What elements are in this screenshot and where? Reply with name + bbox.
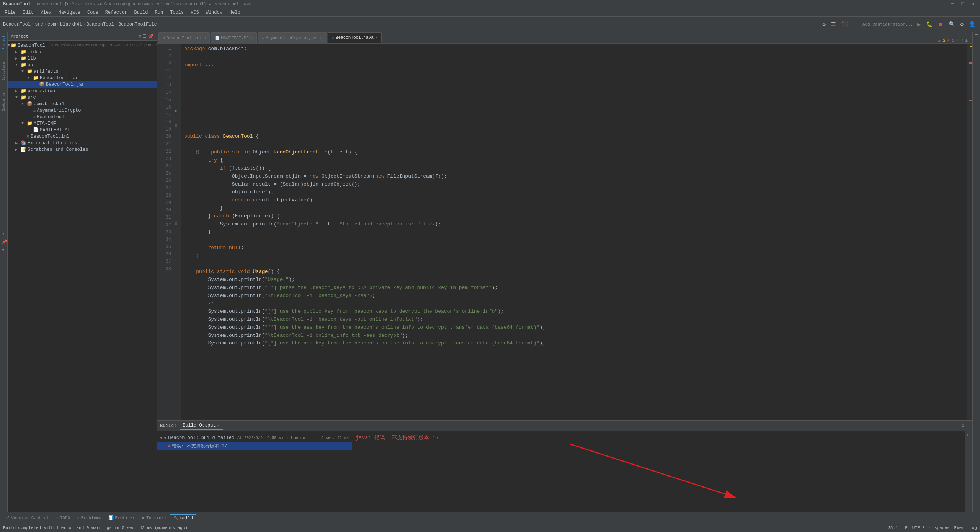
expand-icon[interactable]: ▲ <box>965 38 968 43</box>
line-ending: LF <box>903 525 908 530</box>
stop-button[interactable]: ⏹ <box>936 21 945 28</box>
tree-item-src[interactable]: ▼ 📁 src <box>8 94 157 101</box>
right-panel-icon-1[interactable]: ⊞ <box>967 433 971 437</box>
user-button[interactable]: 👤 <box>967 20 977 28</box>
tree-item-production[interactable]: ▶ 📁 production <box>8 88 157 94</box>
tab-build[interactable]: 🔨 Build <box>170 514 196 521</box>
menu-build[interactable]: Build <box>131 9 151 16</box>
bottom-panel: Build: Build Output ✕ ⚙ ─ <box>157 420 972 512</box>
fold-marker[interactable]: ⊟ <box>175 240 177 244</box>
project-pin-icon[interactable]: 📌 <box>148 34 154 39</box>
menu-window[interactable]: Window <box>203 9 225 16</box>
debug-button[interactable]: 🐛 <box>924 20 934 28</box>
breadcrumb-item[interactable]: com <box>47 22 56 27</box>
menu-file[interactable]: File <box>2 9 19 16</box>
gear-button[interactable]: ⚙ <box>959 20 965 28</box>
tree-item-idea[interactable]: ▶ 📁 .idea <box>8 49 157 55</box>
code-line-24: } <box>184 228 967 236</box>
config-icon[interactable]: ⬛ <box>840 20 849 28</box>
code-editor[interactable]: 123 11 1213141516 1718192021 2223242526 … <box>157 44 972 420</box>
settings-icon[interactable]: ⚙ <box>821 20 827 28</box>
tab-beacontool-java[interactable]: ☕ BeaconTool.java ✕ <box>328 32 382 43</box>
panel-settings-icon[interactable]: ⚙ <box>962 423 964 429</box>
breadcrumb-item[interactable]: BeaconTool <box>87 22 114 27</box>
tree-item-meta-inf[interactable]: ▼ 📁 META-INF <box>8 120 157 127</box>
tree-item-lib[interactable]: ▶ 📁 lib <box>8 55 157 62</box>
structure-panel-toggle[interactable]: Structure <box>1 60 7 82</box>
fold-marker[interactable]: ⊟ <box>175 123 177 128</box>
tab-close-asymmetric[interactable]: ✕ <box>320 36 323 40</box>
build-tree-root[interactable]: ▼ ● BeaconTool: build failed At 2022/9/9… <box>157 434 352 441</box>
title-bar-controls[interactable]: ─ □ ✕ <box>949 1 977 7</box>
event-log[interactable]: Event Log <box>954 525 977 530</box>
tree-item-external-libraries[interactable]: ▶ 📚 External Libraries <box>8 140 157 146</box>
panel-minimize-icon[interactable]: ─ <box>967 423 969 429</box>
fold-marker[interactable]: ⊟ <box>175 56 177 60</box>
breadcrumb-item[interactable]: BeaconTool <box>3 22 31 27</box>
build-tree-error[interactable]: ● 错误: 不支持发行版本 17 <box>157 442 352 450</box>
fold-marker[interactable]: ⊟ <box>175 203 177 207</box>
fold-marker[interactable]: ⊟ <box>175 142 177 146</box>
project-panel-toggle[interactable]: Project <box>1 34 7 51</box>
tree-item-root[interactable]: ▼ 📁 BeaconTool C:\Users\MSI-NB\Desktop\g… <box>8 42 157 49</box>
tree-item-asymmetriccrypto[interactable]: ☕ AsymmetricCrypto <box>8 107 157 114</box>
code-line-34: System.out.println("[*] use the public k… <box>184 308 967 316</box>
search-button[interactable]: 🔍 <box>947 20 957 28</box>
tab-label: BeaconTool.java <box>336 35 374 40</box>
run-gutter-arrow[interactable]: ▶ <box>175 108 178 114</box>
menu-run[interactable]: Run <box>152 9 166 16</box>
tab-asymmetric[interactable]: ☕ AsymmetricCrypto.java ✕ <box>258 32 327 43</box>
tree-item-beacontool-jar-folder[interactable]: ▼ 📁 BeaconTool_jar <box>8 75 157 81</box>
tab-version-control[interactable]: ⎇ Version Control <box>2 514 52 521</box>
menu-help[interactable]: Help <box>226 9 243 16</box>
menu-view[interactable]: View <box>38 9 55 16</box>
breadcrumb-item[interactable]: src <box>35 22 43 27</box>
right-panel-icon-2[interactable]: ☰ <box>967 439 971 444</box>
tab-beacontool-iml[interactable]: ⚙ BeaconTool.iml ✕ <box>158 32 210 43</box>
tree-item-beacontool-class[interactable]: ☕ BeaconTool <box>8 114 157 120</box>
code-line-31: System.out.println("[*] parse the .beaco… <box>184 284 967 292</box>
right-sidebar-icon[interactable]: ☰ <box>975 34 978 38</box>
project-settings-icon[interactable]: ⚙ <box>139 34 141 39</box>
tab-close-beacontool[interactable]: ✕ <box>375 35 377 40</box>
breadcrumb-item[interactable]: BeaconToolFile <box>118 22 157 27</box>
tree-item-out[interactable]: ▼ 📁 out <box>8 62 157 68</box>
run-button[interactable]: ▶ <box>915 20 922 29</box>
tree-item-beacontool-jar[interactable]: 📦 BeaconTool.jar <box>8 81 157 88</box>
title-bar-title: BeaconTool [C:\Users\MSI-NB\Desktop\geac… <box>37 2 252 7</box>
tree-item-manifest[interactable]: 📄 MANIFEST.MF <box>8 127 157 133</box>
project-layout-icon[interactable]: ☰ <box>143 34 147 39</box>
tab-manifest[interactable]: 📄 MANIFEST.MF ✕ <box>211 32 257 43</box>
menu-code[interactable]: Code <box>84 9 101 16</box>
code-line-28 <box>184 260 967 268</box>
terminal-label: Terminal <box>146 516 167 520</box>
close-button[interactable]: ✕ <box>970 1 977 7</box>
more-icon[interactable]: ⋮ <box>852 20 860 28</box>
menu-tools[interactable]: Tools <box>167 9 187 16</box>
bookmarks-panel-toggle[interactable]: Bookmarks <box>1 91 7 113</box>
todo-label: TODO <box>60 516 70 520</box>
build-tab-close[interactable]: ✕ <box>217 423 220 428</box>
menu-edit[interactable]: Edit <box>20 9 37 16</box>
tree-item-scratches[interactable]: ▶ 📝 Scratches and Consoles <box>8 146 157 153</box>
tab-problems[interactable]: ⚠ Problems <box>74 514 104 521</box>
menu-vcs[interactable]: VCS <box>188 9 202 16</box>
fold-marker[interactable]: ⊟ <box>175 221 177 226</box>
code-content[interactable]: package com.blackh4t; import ... public … <box>181 44 967 420</box>
version-control-icon: ⎇ <box>5 515 10 520</box>
minimize-button[interactable]: ─ <box>949 1 956 7</box>
tree-item-package[interactable]: ▼ 📦 com.blackh4t <box>8 101 157 107</box>
tab-terminal[interactable]: ▶ Terminal <box>139 514 169 521</box>
tab-close-manifest[interactable]: ✕ <box>250 36 253 40</box>
maximize-button[interactable]: □ <box>959 1 967 7</box>
layout-icon[interactable]: ☰ <box>830 20 838 28</box>
tab-close-iml[interactable]: ✕ <box>203 36 206 40</box>
menu-refactor[interactable]: Refactor <box>102 9 131 16</box>
tab-profiler[interactable]: 📊 Profiler <box>105 514 139 521</box>
tree-item-iml[interactable]: ⚙ BeaconTool.iml <box>8 133 157 140</box>
breadcrumb-item[interactable]: blackh4t <box>60 22 82 27</box>
tab-todo[interactable]: ☑ TODO <box>53 514 73 521</box>
menu-navigate[interactable]: Navigate <box>55 9 83 16</box>
build-output-tab[interactable]: Build Output ✕ <box>180 422 222 430</box>
tree-item-artifacts[interactable]: ▼ 📁 artifacts <box>8 68 157 75</box>
